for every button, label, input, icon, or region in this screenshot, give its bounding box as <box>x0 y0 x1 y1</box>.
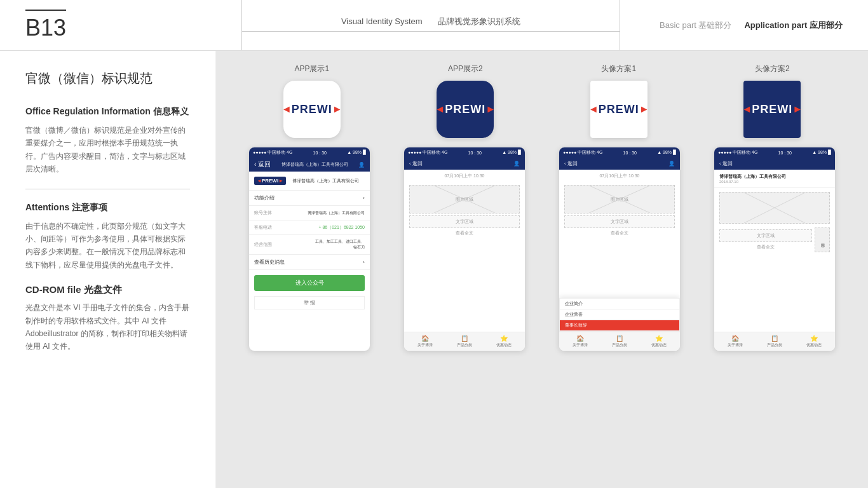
header-nav: Basic part 基础部分 Application part 应用部分 <box>620 0 843 50</box>
phone1-biz: 经营范围 工具、加工工具、进口工具、钻石刀 <box>249 235 370 255</box>
attentions-text: 由于信息的不确定性，此页部分规范（如文字大小、间距等）可作为参考使用，具体可根据… <box>25 220 190 272</box>
phone1-history-label: 查看历史消息 <box>254 259 285 266</box>
vis-title-cn: 品牌视觉形象识别系统 <box>438 17 520 26</box>
app-display-1-label: APP展示1 <box>294 64 329 74</box>
phone2-btn-offers[interactable]: ⭐ 优惠动态 <box>496 335 512 348</box>
phone2-content: 07月10日上午 10:30 图片区域 文字区域 查看全文 <box>404 170 525 332</box>
phone3-btn-products[interactable]: 📋 产品分类 <box>612 335 627 348</box>
app-icon-1: ◄ PREWI ► <box>283 81 341 138</box>
prewi-logo-light: ◄ PREWI ► <box>283 103 341 116</box>
header-vis-system: Visual Identity System 品牌视觉形象识别系统 <box>242 15 620 32</box>
phone4-read-more[interactable]: 查看全文 <box>719 242 812 252</box>
phone1-func-label: 功能介绍 <box>254 194 275 201</box>
phone1-nav-title: 博泽普瑞高（上海）工具有限公司 <box>274 161 355 168</box>
phone3-popup-item-2[interactable]: 企业荣誉 <box>560 309 679 320</box>
phone2-read-more[interactable]: 查看全文 <box>409 228 520 238</box>
page-id: B13 <box>25 10 66 41</box>
phone1-report-btn[interactable]: 举 报 <box>254 296 365 309</box>
attentions-heading: Attentions 注意事项 <box>25 202 190 214</box>
phone4-text-placeholder: 文字区域 <box>719 229 812 242</box>
app-display-2-label: APP展示2 <box>448 64 483 74</box>
avatar-icon-2: ◄ PREWI ► <box>743 81 801 138</box>
app-display-2: APP展示2 ◄ PREWI ► <box>437 64 494 138</box>
phone4-side-content: 内容区域 <box>815 227 830 252</box>
phone1-brand: ◄ PREWI ► <box>254 177 286 185</box>
phone1-tel: 客服电话 + 86（021）6822 1050 <box>249 220 370 235</box>
header-left: B13 <box>25 10 241 41</box>
phone3-content: 07月10日上午 10:30 图片区域 文字区域 查看全文 <box>559 170 680 332</box>
phone3-btn-about[interactable]: 🏠 关于博泽 <box>573 335 588 348</box>
phone3-img-placeholder: 图片区域 <box>564 185 675 214</box>
avatar-icon-1: ◄ PREWI ► <box>590 81 648 138</box>
phone4-bottom-bar: 🏠 关于博泽 📋 产品分类 ⭐ 优惠动态 <box>714 332 835 351</box>
phone3-chat-time: 07月10日上午 10:30 <box>559 170 680 182</box>
phone2-btn-about[interactable]: 🏠 关于博泽 <box>417 335 433 348</box>
phone-mockup-3: ●●●●● 中国移动 4G 10 : 30 ▲ 98% ▉ ‹ 返回 👤 07月… <box>559 147 680 351</box>
prewi-logo-dark: ◄ PREWI ► <box>437 103 494 116</box>
phone1-nav: ‹ 返回 博泽普瑞高（上海）工具有限公司 👤 <box>249 158 370 172</box>
phone3-btn-offers[interactable]: ⭐ 优惠动态 <box>651 335 667 348</box>
phone4-article <box>719 192 830 224</box>
phone4-btn-products[interactable]: 📋 产品分类 <box>767 335 782 348</box>
phone3-popup-menu: 企业简介 企业荣誉 董事长致辞 <box>559 298 680 332</box>
office-reg-text: 官微（微博／微信）标识规范是企业对外宣传的重要媒介之一，应用时根据本手册规范统一… <box>25 124 190 176</box>
phone4-btn-offers[interactable]: ⭐ 优惠动态 <box>806 335 822 348</box>
phone2-text-placeholder: 文字区域 <box>409 215 520 228</box>
svg-line-4 <box>744 193 805 223</box>
phone1-status: ●●●●● 中国移动 4G 10 : 30 ▲ 98% ▉ <box>249 147 370 158</box>
phone3-popup-item-1[interactable]: 企业简介 <box>560 299 679 309</box>
phone3-bottom-bar: 🏠 关于博泽 📋 产品分类 ⭐ 优惠动态 <box>559 332 680 351</box>
phone4-status: ●●●●● 中国移动 4G 10 : 30 ▲ 98% ▉ <box>714 147 835 158</box>
phone1-company-name: 博泽普瑞高（上海）工具有限公司 <box>292 178 359 184</box>
phone2-status: ●●●●● 中国移动 4G 10 : 30 ▲ 98% ▉ <box>404 147 525 158</box>
phone3-popup-item-3[interactable]: 董事长致辞 <box>560 320 679 331</box>
phone3-text-placeholder: 文字区域 <box>564 215 675 228</box>
phone4-content: 博泽普瑞高（上海）工具有限公司 2018.07.10 <box>714 170 835 332</box>
phone2-btn-products[interactable]: 📋 产品分类 <box>457 335 472 348</box>
phone1-enter-btn[interactable]: 进入公众号 <box>254 275 365 291</box>
app-display-1: APP展示1 ◄ PREWI ► <box>283 64 341 138</box>
phone4-nav: ‹ 返回 <box>714 158 835 170</box>
phone4-content-area: 文字区域 查看全文 内容区域 <box>719 227 830 252</box>
phone2-bottom-bar: 🏠 关于博泽 📋 产品分类 ⭐ 优惠动态 <box>404 332 525 351</box>
phone4-company: 博泽普瑞高（上海）工具有限公司 <box>719 173 830 180</box>
phone1-content: ◄ PREWI ► 博泽普瑞高（上海）工具有限公司 功能介绍 › 账号主体 博泽… <box>249 172 370 351</box>
prewi-logo-avatar-dark: ◄ PREWI ► <box>743 103 801 116</box>
phone1-history[interactable]: 查看历史消息 › <box>249 255 370 270</box>
phone1-func-intro[interactable]: 功能介绍 › <box>249 191 370 206</box>
phone4-text-area: 文字区域 查看全文 <box>719 227 812 252</box>
prewi-logo-avatar-light: ◄ PREWI ► <box>590 103 648 116</box>
page-header: B13 Visual Identity System 品牌视觉形象识别系统 Ba… <box>0 0 868 51</box>
phone-mockup-1: ●●●●● 中国移动 4G 10 : 30 ▲ 98% ▉ ‹ 返回 博泽普瑞高… <box>249 147 370 351</box>
left-panel: 官微（微信）标识规范 Office Regulation Information… <box>0 51 216 488</box>
phone1-tel-value: + 86（021）6822 1050 <box>318 224 365 231</box>
phone1-account: 账号主体 博泽普瑞高（上海）工具有限公司 <box>249 206 370 220</box>
phone2-text-label: 文字区域 <box>456 219 473 225</box>
phone1-tel-label: 客服电话 <box>254 224 272 231</box>
phone1-profile-header: ◄ PREWI ► 博泽普瑞高（上海）工具有限公司 <box>249 172 370 191</box>
phone4-date: 2018.07.10 <box>719 180 830 184</box>
phone1-biz-label: 经营范围 <box>254 241 272 248</box>
avatar-1: 头像方案1 ◄ PREWI ► <box>590 64 648 138</box>
svg-line-5 <box>744 193 805 223</box>
avatar-2-label: 头像方案2 <box>755 64 790 74</box>
nav-application[interactable]: Application part 应用部分 <box>744 20 843 31</box>
phone3-img-label: 图片区域 <box>611 196 628 203</box>
phone3-img-block: 图片区域 文字区域 查看全文 <box>564 185 675 238</box>
app-icons-row: APP展示1 ◄ PREWI ► APP展示2 <box>235 64 849 138</box>
phone2-chat-time: 07月10日上午 10:30 <box>404 170 525 182</box>
app-icon-2: ◄ PREWI ► <box>437 81 494 138</box>
section-main-title: 官微（微信）标识规范 <box>25 70 190 87</box>
svg-line-1 <box>434 186 495 213</box>
divider-1 <box>25 189 190 189</box>
phone1-biz-value: 工具、加工工具、进口工具、钻石刀 <box>314 239 365 250</box>
header-center: Visual Identity System 品牌视觉形象识别系统 <box>241 0 620 50</box>
phone2-img-block: 图片区域 文字区域 查看全文 <box>409 185 520 238</box>
avatar-1-label: 头像方案1 <box>601 64 636 74</box>
phone1-account-label: 账号主体 <box>254 210 272 216</box>
nav-basic[interactable]: Basic part 基础部分 <box>660 20 731 31</box>
phone3-read-more[interactable]: 查看全文 <box>564 228 675 238</box>
cdrom-heading: CD-ROM file 光盘文件 <box>25 284 190 296</box>
phone4-btn-about[interactable]: 🏠 关于博泽 <box>728 335 743 348</box>
svg-line-3 <box>589 186 650 213</box>
